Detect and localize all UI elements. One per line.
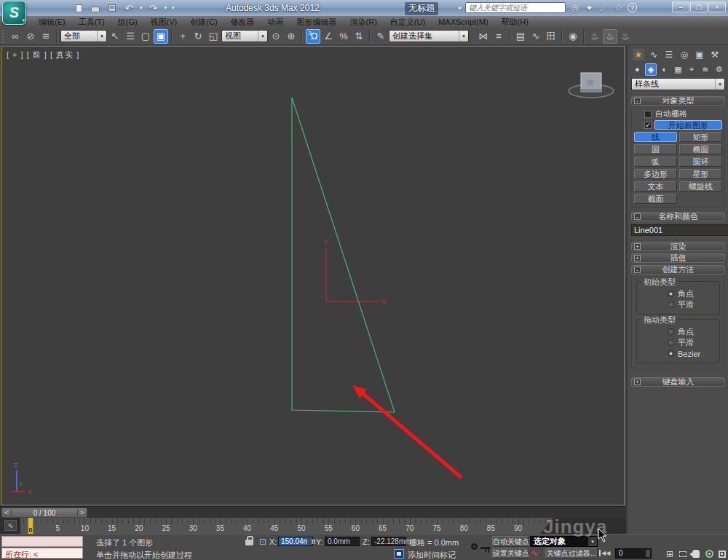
z-coordinate-field[interactable]: -22.128mm (371, 537, 406, 546)
open-file-button[interactable] (90, 2, 101, 14)
unlink-selection-icon[interactable]: ⊘ (23, 29, 38, 44)
edit-named-selection-sets-icon[interactable]: ✎ (373, 29, 388, 44)
select-object-icon[interactable]: ↖ (108, 29, 122, 44)
subscription-key-icon[interactable]: ✦ (584, 3, 595, 13)
time-tag-icon[interactable] (394, 549, 404, 559)
drag-smooth-radio[interactable] (668, 339, 674, 346)
maxscript-macro-recorder[interactable] (1, 536, 83, 547)
percent-snap-icon[interactable]: % (336, 29, 351, 44)
named-selection-set-dropdown[interactable]: 创建选择集 ▾ (389, 30, 469, 42)
category-shapes-icon[interactable]: ◈ (645, 63, 657, 76)
help-icon[interactable]: ? (628, 3, 637, 12)
save-file-button[interactable] (106, 2, 118, 14)
use-pivot-center-icon[interactable]: ⊙ (269, 29, 283, 44)
tab-create-icon[interactable]: ★ (633, 49, 644, 60)
pan-hand-icon[interactable] (690, 548, 702, 559)
menu-tools[interactable]: 工具(T) (72, 16, 111, 28)
snaps-toggle-icon[interactable]: 3 Ω (306, 29, 320, 44)
select-and-scale-icon[interactable]: ◱ (206, 29, 221, 44)
search-input[interactable] (465, 2, 566, 13)
mini-curve-editor-icon[interactable]: ∿ (4, 520, 17, 531)
tab-hierarchy-icon[interactable]: ☰ (663, 49, 675, 60)
redo-button[interactable]: ↷ (148, 2, 159, 14)
spline-triangle[interactable] (292, 98, 395, 412)
set-key-button[interactable]: 设置关键点 (492, 548, 529, 559)
go-to-start-icon[interactable]: ◀◀ (599, 550, 610, 556)
tab-motion-icon[interactable]: ◎ (678, 49, 690, 60)
select-and-link-icon[interactable]: ∞ (8, 29, 23, 44)
viewport-label[interactable]: [ + ] [ 前 ] [ 真实 ] (7, 50, 79, 60)
initial-smooth-radio[interactable] (668, 301, 674, 308)
shape-button-circle[interactable]: 圆 (634, 144, 677, 154)
menu-views[interactable]: 视图(V) (144, 16, 184, 28)
new-file-button[interactable] (73, 2, 84, 14)
search-icon[interactable]: ◎ (569, 3, 580, 13)
new-key-mode-icon[interactable]: ∿ (531, 548, 539, 559)
layer-manager-icon[interactable]: ▤ (513, 29, 528, 44)
category-helpers-icon[interactable]: ⌖ (686, 63, 698, 76)
close-button[interactable]: × (708, 1, 726, 12)
category-systems-icon[interactable]: ⚙ (713, 63, 725, 76)
viewport-front[interactable]: Y X Z Y X 前 [ + ] (1, 46, 625, 505)
tab-display-icon[interactable]: ▣ (694, 49, 705, 60)
communication-center-icon[interactable]: ☄ (598, 3, 609, 13)
menu-graph-editors[interactable]: 图形编辑器 (290, 16, 344, 28)
viewport-canvas[interactable]: Y X Z Y X 前 (2, 47, 624, 505)
category-spacewarps-icon[interactable]: ≋ (700, 63, 712, 76)
shape-button-section[interactable]: 截面 (634, 194, 677, 204)
rollout-rendering[interactable]: + 渲染 (631, 242, 725, 251)
menu-edit[interactable]: 编辑(E) (32, 16, 72, 28)
window-crossing-toggle-icon[interactable]: ▣ (154, 29, 168, 44)
category-geometry-icon[interactable]: ● (631, 63, 644, 76)
menu-customize[interactable]: 自定义(U) (384, 16, 432, 28)
select-and-manipulate-icon[interactable]: ⊕ (284, 29, 298, 44)
zoom-region-icon[interactable] (677, 548, 689, 559)
menu-help[interactable]: 帮助(H) (495, 16, 535, 28)
shape-button-donut[interactable]: 圆环 (679, 157, 722, 167)
minimize-button[interactable]: – (672, 1, 689, 12)
timeline-marker[interactable]: 0 (28, 518, 33, 534)
shape-button-text[interactable]: 文本 (634, 181, 677, 192)
maxscript-listener[interactable]: 所在行: < (1, 548, 83, 559)
menu-maxscript[interactable]: MAXScript(M) (432, 17, 494, 27)
bind-to-spacewarp-icon[interactable]: ≋ (39, 29, 53, 44)
category-cameras-icon[interactable]: ▦ (672, 63, 684, 76)
shape-button-arc[interactable]: 弧 (634, 157, 677, 167)
trackbar-ruler[interactable]: 051015202530354045505560657075808590 (20, 518, 553, 534)
qat-customize-icon[interactable]: ▾ (172, 5, 175, 11)
redo-dropdown-icon[interactable]: ▾ (165, 5, 167, 11)
application-menu-button[interactable]: S ▾ (2, 1, 26, 25)
next-frame-button[interactable]: > (77, 509, 87, 516)
reference-coordinate-dropdown[interactable]: 视图 ▾ (221, 30, 268, 42)
rollout-keyboard-entry[interactable]: + 键盘输入 (631, 377, 725, 387)
rollout-interpolation[interactable]: + 插值 (631, 253, 725, 263)
menu-create[interactable]: 创建(C) (183, 16, 223, 28)
start-new-shape-button[interactable]: 开始新图形 (654, 120, 722, 130)
render-production-icon[interactable]: ♨ (618, 29, 633, 44)
spinner-snap-icon[interactable]: ⇅ (352, 29, 366, 44)
rendered-frame-window-icon[interactable]: ♨ (603, 29, 617, 44)
viewcube[interactable]: 前 (569, 73, 614, 98)
shape-button-line[interactable]: 线 (634, 132, 677, 142)
selection-lock-icon[interactable] (245, 540, 253, 545)
rectangular-region-icon[interactable]: ▢ (138, 29, 153, 44)
y-coordinate-field[interactable]: 0.0mm (325, 537, 360, 546)
start-new-shape-checkbox[interactable]: ✓ (644, 122, 652, 129)
material-editor-icon[interactable]: ◉ (566, 29, 580, 44)
menu-animation[interactable]: 动画 (261, 16, 290, 28)
tab-utilities-icon[interactable]: ⚒ (709, 49, 721, 60)
transform-gizmo[interactable]: Y X (323, 239, 386, 306)
favorites-star-icon[interactable]: ☆ (613, 3, 624, 13)
mirror-icon[interactable]: ⋈ (476, 29, 491, 44)
menu-rendering[interactable]: 渲染(R) (344, 16, 384, 28)
key-filters-button[interactable]: 关键点过滤器... (545, 548, 598, 559)
curve-editor-icon[interactable]: ∿ (529, 29, 543, 44)
rollout-name-color[interactable]: - 名称和颜色 (631, 212, 725, 221)
shape-category-dropdown[interactable]: 样条线 ▾ (631, 78, 725, 90)
angle-snap-icon[interactable]: ∠ (321, 29, 336, 44)
absolute-mode-icon[interactable]: ⊡ (257, 537, 269, 547)
shape-button-ellipse[interactable]: 椭圆 (679, 144, 722, 154)
shape-button-star[interactable]: 星形 (679, 169, 722, 179)
initial-corner-radio[interactable] (668, 291, 674, 297)
selection-filter-dropdown[interactable]: 全部 ▾ (60, 30, 107, 42)
